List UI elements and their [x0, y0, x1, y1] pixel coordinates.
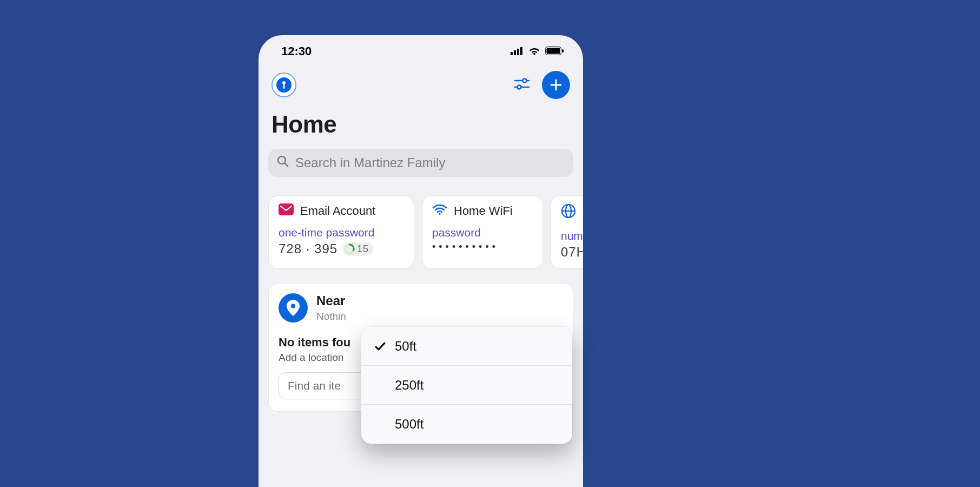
filter-icon[interactable] [514, 77, 530, 93]
card-field-label: one-time password [279, 226, 404, 239]
card-field-value: 07H [561, 245, 583, 260]
otp-countdown: 15 [343, 242, 373, 256]
svg-point-23 [291, 304, 295, 308]
card-field-label: password [432, 226, 533, 239]
svg-rect-6 [562, 49, 564, 52]
svg-rect-0 [511, 52, 513, 55]
svg-rect-3 [520, 47, 522, 55]
pinned-card[interactable]: Email Account one-time password 728 · 39… [268, 195, 414, 269]
svg-point-19 [439, 213, 441, 215]
card-field-label: num [561, 229, 583, 242]
pinned-card[interactable]: Home WiFi password •••••••••• [422, 195, 543, 269]
check-icon [373, 340, 387, 352]
pinned-cards-row: Email Account one-time password 728 · 39… [259, 181, 583, 269]
distance-option-250ft[interactable]: 250ft [361, 366, 572, 405]
add-button[interactable] [542, 71, 570, 99]
search-input[interactable]: Search in Martinez Family [268, 149, 573, 177]
mail-icon [279, 203, 294, 219]
account-avatar[interactable] [272, 73, 296, 97]
distance-option-label: 50ft [395, 339, 416, 354]
svg-rect-2 [517, 49, 519, 55]
cellular-icon [511, 44, 524, 58]
nearby-title: Near [316, 293, 346, 308]
wifi-status-icon [528, 44, 541, 58]
wifi-icon [432, 203, 447, 219]
card-title: Email Account [300, 204, 375, 218]
distance-option-label: 500ft [395, 417, 423, 432]
svg-line-16 [285, 163, 288, 167]
status-indicators [511, 44, 564, 58]
status-bar: 12:30 [259, 35, 583, 68]
search-icon [277, 155, 289, 170]
svg-rect-1 [514, 50, 516, 55]
svg-rect-5 [547, 48, 560, 54]
distance-option-label: 250ft [395, 378, 423, 393]
svg-rect-17 [279, 203, 294, 215]
app-logo-icon [276, 77, 292, 93]
distance-popover: 50ft 250ft 500ft [361, 327, 572, 444]
distance-option-500ft[interactable]: 500ft [361, 405, 572, 444]
svg-rect-8 [283, 84, 285, 89]
card-field-value: 728 · 395 15 [279, 241, 404, 256]
app-top-bar [259, 68, 583, 101]
page-title: Home [259, 101, 583, 144]
search-placeholder: Search in Martinez Family [295, 155, 445, 170]
globe-icon [561, 203, 576, 222]
distance-option-50ft[interactable]: 50ft [361, 327, 572, 366]
location-pin-icon [279, 293, 308, 323]
card-title: Home WiFi [454, 204, 513, 218]
battery-icon [545, 44, 564, 58]
card-field-value: •••••••••• [432, 241, 533, 253]
nearby-subtitle: Nothin [316, 311, 346, 323]
status-time: 12:30 [281, 44, 312, 58]
svg-point-10 [523, 79, 527, 83]
pinned-card[interactable]: num 07H [551, 195, 583, 269]
svg-point-12 [518, 85, 521, 89]
